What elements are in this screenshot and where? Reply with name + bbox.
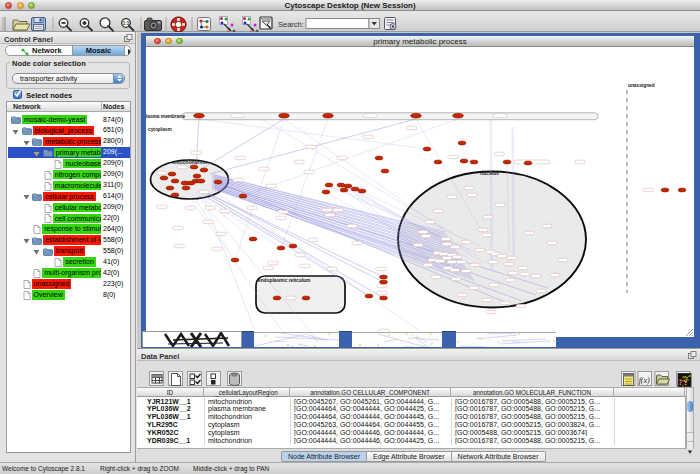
svg-text:unassigned: unassigned — [628, 83, 655, 88]
svg-text:cytoplasm: cytoplasm — [148, 127, 172, 132]
svg-text:mitochondrion: mitochondrion — [172, 159, 207, 165]
svg-text:Search:: Search: — [278, 20, 304, 29]
svg-text:endoplasmic reticulum: endoplasmic reticulum — [258, 278, 310, 283]
svg-text:nucleus: nucleus — [480, 170, 499, 176]
svg-text:plasma membrane: plasma membrane — [146, 114, 185, 119]
svg-text:f(x): f(x) — [639, 375, 650, 384]
svg-text:1:1: 1:1 — [123, 21, 130, 26]
